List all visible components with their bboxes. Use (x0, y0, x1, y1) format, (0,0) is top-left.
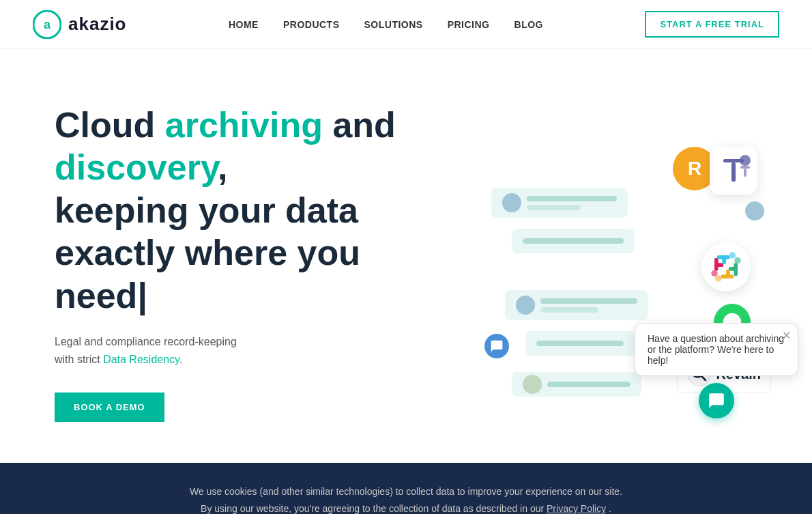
hero-subtitle-suffix: . (179, 354, 182, 365)
chat-widget: ✕ Have a question about archiving or the… (635, 323, 798, 418)
chat-bubble: ✕ Have a question about archiving or the… (635, 323, 798, 376)
svg-point-14 (729, 252, 736, 258)
svg-rect-13 (717, 255, 730, 259)
chat-icon (708, 392, 725, 410)
data-residency-link[interactable]: Data Residency (103, 354, 179, 365)
svg-rect-16 (734, 263, 738, 276)
book-demo-button[interactable]: BOOK A DEMO (55, 392, 164, 422)
card-2 (512, 229, 635, 253)
hero-title-line2: keeping your data (55, 190, 358, 230)
card-3 (505, 290, 648, 320)
svg-rect-19 (721, 274, 734, 279)
nav-pricing[interactable]: PRICING (448, 19, 490, 30)
nav-solutions[interactable]: SOLUTIONS (364, 19, 423, 30)
hero-title: Cloud archiving and discovery, keeping y… (55, 104, 409, 317)
hero-title-part2: and (323, 105, 396, 145)
card-5 (512, 372, 641, 397)
nav-products[interactable]: PRODUCTS (283, 19, 340, 30)
hero-title-accent1: archiving (165, 105, 323, 145)
chat-open-button[interactable] (699, 383, 734, 418)
hero-title-part1: Cloud (55, 105, 165, 145)
svg-point-20 (715, 275, 721, 281)
hero-title-line3: exactly where you need (55, 233, 360, 315)
cookie-text-2: By using our website, you're agreeing to… (41, 500, 771, 514)
hero-content: Cloud archiving and discovery, keeping y… (55, 104, 409, 422)
svg-point-17 (734, 257, 740, 263)
logo-text: akazio (68, 14, 127, 35)
privacy-policy-link[interactable]: Privacy Policy (547, 503, 606, 514)
chat-message: Have a question about archiving or the p… (648, 333, 785, 366)
hero-title-accent2: discovery (55, 147, 218, 187)
nav-blog[interactable]: BLOG (514, 19, 543, 30)
hero-subtitle: Legal and compliance record-keepingwith … (55, 333, 409, 368)
logo[interactable]: a akazio (33, 10, 127, 39)
avatar-3 (523, 375, 542, 394)
svg-rect-10 (714, 258, 719, 271)
card-4 (525, 331, 635, 356)
svg-rect-7 (744, 169, 746, 177)
cursor-blink (137, 276, 147, 315)
slack-icon (701, 242, 751, 291)
nav-links: HOME PRODUCTS SOLUTIONS PRICING BLOG (229, 18, 543, 31)
avatar-2 (516, 296, 535, 315)
avatar-1 (502, 193, 521, 212)
svg-text:a: a (44, 18, 51, 31)
message-bubble-icon (484, 334, 509, 358)
cookie-text-1: We use cookies (and other similar techno… (41, 483, 771, 500)
logo-icon: a (33, 10, 61, 39)
hero-title-part3: , (218, 147, 227, 187)
svg-point-5 (740, 155, 751, 166)
card-1 (491, 188, 628, 218)
svg-rect-6 (740, 166, 750, 169)
svg-rect-4 (731, 162, 736, 182)
avatar-right-1 (745, 201, 764, 220)
chat-close-button[interactable]: ✕ (782, 329, 791, 342)
start-trial-button[interactable]: START A FREE TRIAL (645, 11, 779, 38)
svg-point-8 (703, 244, 749, 290)
cookie-bar: We use cookies (and other similar techno… (0, 463, 812, 514)
svg-point-11 (711, 270, 717, 276)
nav-home[interactable]: HOME (229, 19, 259, 30)
navigation: a akazio HOME PRODUCTS SOLUTIONS PRICING… (0, 0, 812, 49)
teams-icon (710, 147, 757, 195)
